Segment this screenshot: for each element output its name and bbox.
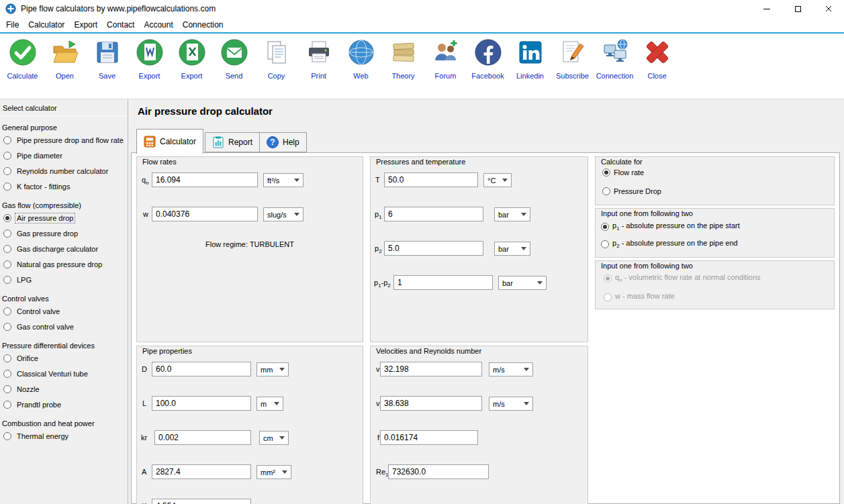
radio-w-input: w - mass flow rate — [604, 292, 675, 302]
sidebar-item-control-valve[interactable]: Control valve — [0, 303, 128, 319]
menu-export[interactable]: Export — [69, 18, 102, 32]
T-label: T — [375, 176, 380, 184]
kr-label: kr — [141, 434, 147, 442]
close-window-button[interactable] — [813, 0, 844, 17]
w-input[interactable] — [152, 207, 258, 221]
A-unit-select[interactable]: mm² — [256, 465, 291, 479]
toolbar-save[interactable]: Save — [86, 36, 128, 99]
sidebar-item-natural-gas-pressure-drop[interactable]: Natural gas pressure drop — [0, 256, 128, 272]
menu-account[interactable]: Account — [139, 18, 177, 32]
v2-input[interactable] — [380, 396, 482, 411]
qn-input[interactable] — [152, 172, 258, 187]
w-unit-select[interactable]: slug/s — [263, 207, 303, 221]
title-bar: Pipe flow calculators by www.pipeflowcal… — [0, 0, 844, 17]
dropdown-arrow-icon — [279, 368, 285, 371]
p2-input[interactable] — [384, 241, 483, 256]
L-input[interactable] — [152, 396, 251, 411]
toolbar-open[interactable]: Open — [44, 36, 86, 99]
kr-input[interactable] — [154, 430, 251, 445]
report-tab-icon — [212, 136, 224, 148]
sidebar-item-prandtl-probe[interactable]: Prandtl probe — [0, 397, 128, 412]
toolbar-copy[interactable]: Copy — [255, 36, 297, 99]
dropdown-arrow-icon — [274, 402, 279, 405]
groupbox-input-pressure: Input one from following two p1 - absolu… — [595, 208, 835, 258]
sidebar-item-pipe-diameter[interactable]: Pipe diameter — [0, 148, 128, 163]
save-floppy-icon — [92, 36, 123, 68]
K-input[interactable] — [152, 499, 251, 504]
toolbar-linkedin[interactable]: Linkedin — [509, 36, 551, 99]
minimize-button[interactable] — [751, 0, 782, 17]
radio-icon — [604, 274, 612, 283]
maximize-icon — [795, 6, 801, 12]
p1-input[interactable] — [384, 207, 483, 221]
toolbar-close[interactable]: Close — [636, 36, 678, 99]
copy-icon — [261, 36, 292, 68]
sidebar-item-lpg[interactable]: LPG — [0, 272, 128, 287]
sidebar-item-nozzle[interactable]: Nozzle — [0, 381, 128, 397]
v1-input[interactable] — [380, 362, 482, 376]
toolbar-facebook[interactable]: Facebook — [467, 36, 509, 99]
toolbar-export-word[interactable]: Export — [128, 36, 171, 99]
toolbar-export-excel[interactable]: Export — [171, 36, 213, 99]
toolbar-subscribe[interactable]: Subscribe — [551, 36, 594, 99]
radio-pressure-drop[interactable]: Pressure Drop — [602, 187, 661, 195]
menu-calculator[interactable]: Calculator — [24, 18, 69, 32]
radio-icon — [3, 432, 11, 440]
tab-report[interactable]: Report — [205, 132, 260, 152]
toolbar-theory[interactable]: Theory — [382, 36, 424, 99]
Re1-input[interactable] — [388, 464, 489, 479]
group-label-combustion: Combustion and heat power — [0, 412, 128, 428]
L-unit-select[interactable]: m — [256, 397, 283, 411]
p2-unit-select[interactable]: bar — [494, 242, 530, 256]
sidebar-item-reynolds-number[interactable]: Reynolds number calculator — [0, 163, 128, 179]
v2-unit-select[interactable]: m/s — [489, 397, 533, 411]
sidebar-item-gas-pressure-drop[interactable]: Gas pressure drop — [0, 225, 128, 241]
toolbar-web[interactable]: Web — [340, 36, 382, 99]
kr-unit-select[interactable]: cm — [259, 431, 289, 445]
sidebar-item-pipe-pressure-drop[interactable]: Pipe pressure drop and flow rate — [0, 132, 128, 148]
A-input[interactable] — [152, 464, 251, 479]
radio-icon — [601, 240, 609, 248]
radio-qn-input: qn - volumetric flow rate at normal cond… — [604, 273, 761, 283]
tab-help[interactable]: ? Help — [259, 132, 307, 152]
qn-unit-select[interactable]: ft³/s — [263, 173, 303, 187]
sidebar-item-gas-discharge[interactable]: Gas discharge calculator — [0, 241, 128, 256]
v1-unit-select[interactable]: m/s — [489, 362, 533, 376]
D-unit-select[interactable]: mm — [256, 362, 289, 376]
tab-calculator[interactable]: Calculator — [136, 129, 203, 154]
sidebar-item-thermal-energy[interactable]: Thermal energy — [0, 428, 128, 444]
T-unit-select[interactable]: °C — [483, 173, 512, 187]
sidebar-item-air-pressure-drop[interactable]: Air pressure drop — [0, 210, 128, 225]
D-input[interactable] — [152, 362, 251, 376]
sidebar-item-gas-control-valve[interactable]: Gas control valve — [0, 319, 128, 334]
radio-p2-input[interactable]: p2 - absolute pressure on the pipe end — [601, 239, 738, 249]
group-label-gas-flow: Gas flow (compressible) — [0, 194, 128, 210]
sidebar-item-classical-venturi[interactable]: Classical Venturi tube — [0, 366, 128, 381]
radio-icon — [3, 370, 11, 378]
maximize-button[interactable] — [782, 0, 813, 17]
toolbar-send[interactable]: Send — [213, 36, 255, 99]
radio-flow-rate[interactable]: Flow rate — [602, 168, 644, 177]
sidebar-item-orifice[interactable]: Orifice — [0, 350, 128, 366]
p1-p2-unit-select[interactable]: bar — [498, 276, 547, 290]
f-input[interactable] — [380, 430, 478, 445]
p1-p2-input[interactable] — [393, 275, 493, 290]
dropdown-arrow-icon — [294, 213, 299, 216]
menu-file[interactable]: File — [1, 18, 24, 32]
groupbox-flow-rates: Flow rates qn ft³/s w slug/s Flow regime… — [136, 156, 363, 342]
radio-icon — [3, 276, 11, 284]
menu-contact[interactable]: Contact — [102, 18, 139, 32]
dropdown-arrow-icon — [282, 470, 287, 474]
radio-p1-input[interactable]: p1 - absolute pressure on the pipe start — [601, 221, 740, 232]
menu-connection[interactable]: Connection — [178, 18, 228, 32]
sidebar-item-k-factor[interactable]: K factor - fittings — [0, 179, 128, 194]
dropdown-arrow-icon — [521, 247, 526, 250]
toolbar-calculate[interactable]: Calculate — [1, 36, 44, 99]
toolbar-print[interactable]: Print — [297, 36, 340, 99]
toolbar-forum[interactable]: Forum — [424, 36, 467, 99]
toolbar-connection[interactable]: Connection — [594, 36, 636, 99]
p1-unit-select[interactable]: bar — [494, 207, 530, 221]
subscribe-pencil-icon — [557, 36, 588, 68]
T-input[interactable] — [384, 172, 478, 187]
groupbox-velocities: Velocities and Reynolds number v1 m/s v2… — [370, 346, 588, 504]
